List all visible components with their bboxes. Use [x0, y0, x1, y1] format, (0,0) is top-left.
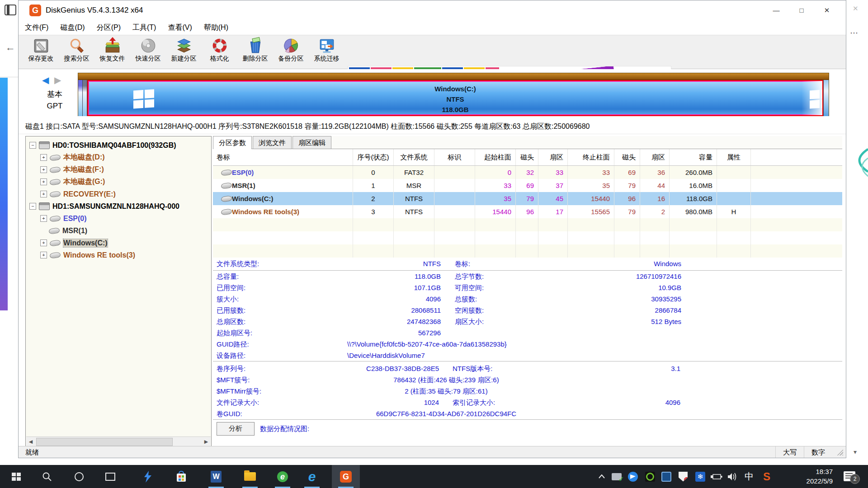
analyze-button[interactable]: 分析 — [217, 422, 255, 436]
tree-item-msr[interactable]: MSR(1) — [26, 225, 211, 237]
maximize-button[interactable]: □ — [789, 0, 814, 20]
col-index-status[interactable]: 序号(状态) — [353, 149, 394, 165]
word-button[interactable]: W — [202, 465, 230, 488]
tree-item-windows-re-tools[interactable]: + Windows RE tools(3) — [26, 249, 211, 261]
decorative-swoosh — [846, 145, 868, 185]
tray-printer-button[interactable] — [610, 465, 623, 488]
menu-disk[interactable]: 磁盘(D) — [60, 23, 85, 33]
format-button[interactable]: 格式化 — [202, 36, 237, 68]
tree-item-recovery-e[interactable]: + RECOVERY(E:) — [26, 188, 211, 200]
tray-power-button[interactable] — [710, 465, 723, 488]
tray-messenger-button[interactable] — [627, 465, 639, 488]
browser-360-button[interactable]: e — [269, 465, 297, 488]
expand-icon[interactable]: + — [40, 166, 47, 173]
store-button[interactable] — [167, 465, 195, 488]
expand-icon[interactable]: + — [40, 191, 47, 197]
expand-icon[interactable]: + — [40, 154, 47, 161]
col-end-cylinder[interactable]: 终止柱面 — [568, 149, 614, 165]
tree-item-local-g[interactable]: + 本地磁盘(G:) — [26, 176, 211, 188]
col-filesystem[interactable]: 文件系统 — [394, 149, 434, 165]
expand-icon[interactable]: + — [40, 178, 47, 185]
tray-chevron-button[interactable] — [596, 465, 608, 488]
start-button[interactable] — [2, 465, 30, 488]
partition-windows-c[interactable]: Windows(C:) NTFS 118.0GB — [87, 80, 823, 116]
col-attributes[interactable]: 属性 — [717, 149, 751, 165]
tray-snowflake-button[interactable]: ❄ — [694, 465, 707, 488]
tray-volume-button[interactable] — [726, 465, 739, 488]
partition-re-tools-sliver[interactable] — [823, 80, 829, 116]
col-volume-label[interactable]: 卷标 — [213, 149, 353, 165]
cortana-button[interactable] — [65, 465, 93, 488]
taskbar-clock[interactable]: 18:37 2022/5/9 — [807, 465, 833, 488]
search-partition-button[interactable]: 搜索分区 — [59, 36, 94, 68]
col-flag[interactable]: 标识 — [434, 149, 475, 165]
menu-help[interactable]: 帮助(H) — [204, 23, 228, 33]
scroll-right-arrow[interactable]: ▶ — [202, 437, 211, 446]
table-row-msr[interactable]: MSR(1) 1 MSR 33 69 37 35 79 44 16.0MB — [213, 179, 842, 192]
next-disk-arrow[interactable]: ▶ — [54, 75, 61, 85]
tree-item-esp[interactable]: + ESP(0) — [26, 212, 211, 225]
col-capacity[interactable]: 容量 — [670, 149, 717, 165]
scroll-left-arrow[interactable]: ◀ — [26, 437, 35, 446]
menu-partition[interactable]: 分区(P) — [97, 23, 121, 33]
back-arrow-icon[interactable]: ← — [5, 42, 15, 53]
menu-file[interactable]: 文件(F) — [25, 23, 48, 33]
detail-label: 簇大小: — [213, 293, 293, 305]
tray-security-button[interactable]: ✕ — [677, 465, 689, 488]
col-start-head[interactable]: 磁头 — [516, 149, 538, 165]
tab-partition-params[interactable]: 分区参数 — [213, 136, 252, 150]
menu-view[interactable]: 查看(V) — [168, 23, 192, 33]
partition-esp-sliver[interactable] — [78, 80, 83, 116]
collapse-icon[interactable]: − — [29, 142, 36, 149]
col-end-head[interactable]: 磁头 — [614, 149, 640, 165]
new-partition-button[interactable]: 新建分区 — [166, 36, 202, 68]
delete-partition-button[interactable]: 删除分区 — [237, 36, 273, 68]
system-migration-button[interactable]: 系统迁移 — [309, 36, 344, 68]
tab-sector-edit[interactable]: 扇区编辑 — [292, 136, 331, 149]
backup-partition-button[interactable]: 备份分区 — [273, 36, 309, 68]
scrollbar-thumb[interactable] — [36, 438, 173, 446]
prev-disk-arrow[interactable]: ◀ — [42, 75, 49, 85]
save-changes-button[interactable]: 保存更改 — [23, 36, 59, 68]
expand-icon[interactable]: + — [40, 215, 47, 222]
collapse-icon[interactable]: − — [29, 203, 36, 210]
close-button[interactable]: ✕ — [814, 0, 840, 20]
col-start-sector[interactable]: 扇区 — [538, 149, 568, 165]
minimize-button[interactable]: — — [764, 0, 789, 20]
menu-tools[interactable]: 工具(T) — [132, 23, 156, 33]
col-end-sector[interactable]: 扇区 — [640, 149, 670, 165]
notification-center-button[interactable]: 2 — [844, 471, 855, 481]
tree-horizontal-scrollbar[interactable]: ◀ ▶ — [26, 436, 211, 446]
tree-item-local-d[interactable]: + 本地磁盘(D:) — [26, 151, 211, 164]
detail-value: 4096 — [293, 293, 441, 305]
tray-intel-button[interactable] — [660, 465, 673, 488]
expand-icon[interactable]: + — [40, 239, 47, 246]
tree-item-windows-c[interactable]: + Windows(C:) — [26, 237, 211, 249]
table-row-windows-c-selected[interactable]: Windows(C:) 2 NTFS 35 79 45 15440 96 16 … — [213, 192, 842, 205]
tree-item-local-f[interactable]: + 本地磁盘(F:) — [26, 164, 211, 176]
partition-msr-sliver[interactable] — [83, 80, 87, 116]
recover-files-button[interactable]: 恢复文件 — [94, 36, 130, 68]
expand-icon[interactable]: + — [40, 252, 47, 258]
tree-item-hd1[interactable]: − HD1:SAMSUNGMZNLN128HAHQ-000 — [26, 200, 211, 212]
tab-browse-files[interactable]: 浏览文件 — [253, 136, 292, 149]
diskgenius-taskbar-button[interactable]: G — [332, 465, 360, 488]
file-explorer-button[interactable] — [236, 465, 264, 488]
table-row-esp[interactable]: ESP(0) 0 FAT32 0 32 33 33 69 36 260.0MB — [213, 166, 842, 179]
quick-partition-button[interactable]: 快速分区 — [130, 36, 166, 68]
detail-label: 空闲簇数: — [455, 305, 532, 316]
col-start-cylinder[interactable]: 起始柱面 — [475, 149, 516, 165]
tray-sogou-button[interactable]: S — [760, 465, 774, 488]
chevron-down-icon[interactable]: ▾ — [854, 448, 857, 455]
resize-grip[interactable] — [837, 449, 843, 455]
more-icon[interactable]: ⋯ — [850, 28, 858, 38]
tray-ime-button[interactable]: 中 — [742, 465, 756, 488]
search-icon — [42, 472, 52, 482]
tree-item-hd0[interactable]: − HD0:TOSHIBAMQ04ABF100(932GB) — [26, 139, 211, 151]
tray-nvidia-button[interactable] — [644, 465, 656, 488]
edge-button[interactable]: e — [298, 465, 326, 488]
table-row-windows-re-tools[interactable]: Windows RE tools(3) 3 NTFS 15440 96 17 1… — [213, 205, 842, 218]
flash-app-button[interactable] — [134, 465, 162, 488]
search-button[interactable] — [33, 465, 61, 488]
task-view-button[interactable] — [96, 465, 124, 488]
